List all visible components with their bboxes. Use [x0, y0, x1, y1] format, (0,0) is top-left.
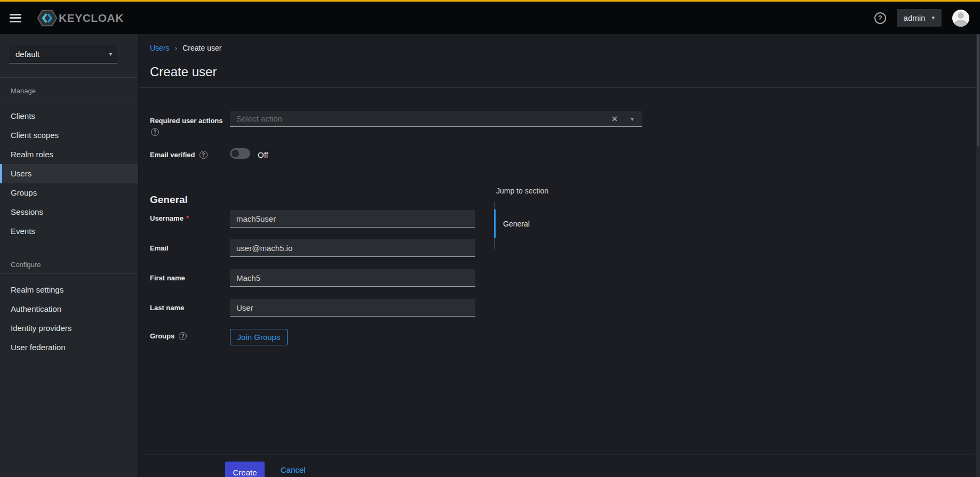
- realm-selector-panel: default ▾: [0, 34, 138, 78]
- general-section-heading: General: [150, 194, 188, 206]
- hamburger-icon: [10, 14, 22, 22]
- username-label-block: Username *: [150, 214, 189, 222]
- nav-list-manage: Clients Client scopes Realm roles Users …: [0, 107, 138, 241]
- angle-right-icon: ›: [175, 44, 178, 52]
- avatar[interactable]: [952, 10, 969, 27]
- main-content: Users › Create user Create user Required…: [139, 34, 976, 477]
- first-name-label: First name: [150, 274, 185, 282]
- join-groups-button[interactable]: Join Groups: [230, 329, 288, 345]
- breadcrumb: Users › Create user: [150, 44, 221, 52]
- keycloak-hexagon-icon: [37, 10, 57, 27]
- sidebar-item-identity-providers[interactable]: Identity providers: [0, 319, 138, 338]
- groups-help-icon[interactable]: ?: [179, 332, 187, 340]
- sidebar-item-clients[interactable]: Clients: [0, 107, 138, 126]
- required-user-actions-help-icon[interactable]: ?: [151, 128, 159, 136]
- chevron-down-icon: ▾: [931, 14, 935, 21]
- chevron-down-icon[interactable]: ▾: [625, 115, 642, 123]
- sidebar-item-events[interactable]: Events: [0, 222, 138, 241]
- email-label: Email: [150, 244, 169, 252]
- username-input[interactable]: [230, 210, 475, 228]
- nav-toggle-button[interactable]: [9, 12, 23, 25]
- jump-to-section-label: Jump to section: [496, 187, 548, 195]
- email-verified-label: Email verified: [150, 151, 195, 159]
- realm-selector-value: default: [15, 50, 39, 59]
- scrollbar-thumb[interactable]: [977, 34, 979, 146]
- nav-section-title-configure: Configure: [0, 261, 138, 274]
- email-verified-toggle[interactable]: [230, 148, 250, 159]
- email-label-block: Email: [150, 244, 169, 252]
- sidebar-item-groups[interactable]: Groups: [0, 183, 138, 203]
- username-label: Username: [150, 214, 184, 222]
- email-input[interactable]: [230, 239, 475, 257]
- user-menu-button[interactable]: admin ▾: [897, 9, 942, 27]
- required-user-actions-select[interactable]: Select action ✕ ▾: [230, 111, 642, 127]
- header-divider: [139, 87, 976, 88]
- sidebar-item-sessions[interactable]: Sessions: [0, 203, 138, 222]
- groups-label: Groups: [150, 332, 174, 340]
- email-verified-state: Off: [258, 150, 268, 159]
- last-name-label-block: Last name: [150, 304, 184, 312]
- required-user-actions-label-block: Required user actions: [150, 116, 227, 125]
- user-menu-label: admin: [904, 13, 926, 22]
- realm-selector[interactable]: default ▾: [9, 45, 117, 63]
- brand-wordmark: KEYCLOAK: [59, 12, 124, 25]
- first-name-label-block: First name: [150, 274, 185, 282]
- sidebar-item-user-federation[interactable]: User federation: [0, 338, 138, 357]
- masthead-actions: ? admin ▾: [874, 9, 969, 27]
- chevron-down-icon: ▾: [109, 51, 112, 58]
- clear-selection-icon[interactable]: ✕: [604, 115, 625, 123]
- sidebar-item-realm-roles[interactable]: Realm roles: [0, 145, 138, 164]
- jump-nav-active-indicator: [494, 209, 496, 238]
- first-name-input[interactable]: [230, 269, 475, 287]
- required-user-actions-placeholder: Select action: [230, 114, 604, 123]
- sidebar-item-client-scopes[interactable]: Client scopes: [0, 126, 138, 145]
- sidebar-item-realm-settings[interactable]: Realm settings: [0, 280, 138, 300]
- keycloak-logo[interactable]: KEYCLOAK: [37, 10, 124, 27]
- last-name-label: Last name: [150, 304, 184, 312]
- sidebar-item-users[interactable]: Users: [0, 164, 138, 183]
- jump-link-general[interactable]: General: [503, 220, 530, 228]
- last-name-input[interactable]: [230, 299, 475, 317]
- create-button[interactable]: Create: [225, 462, 265, 477]
- sidebar: default ▾ Manage Clients Client scopes R…: [0, 34, 139, 477]
- toggle-knob: [232, 150, 239, 157]
- email-verified-label-block: Email verified ?: [150, 151, 208, 159]
- groups-label-block: Groups ?: [150, 332, 187, 340]
- nav-section-title-manage: Manage: [0, 87, 138, 100]
- footer-divider: [139, 455, 976, 455]
- cancel-link[interactable]: Cancel: [281, 465, 306, 474]
- required-asterisk: *: [186, 214, 189, 222]
- page-title: Create user: [150, 64, 217, 79]
- email-verified-help-icon[interactable]: ?: [200, 151, 208, 159]
- breadcrumb-current: Create user: [182, 44, 221, 52]
- nav-list-configure: Realm settings Authentication Identity p…: [0, 280, 138, 357]
- breadcrumb-users-link[interactable]: Users: [150, 44, 170, 52]
- sidebar-item-authentication[interactable]: Authentication: [0, 300, 138, 319]
- vertical-scrollbar: [976, 34, 980, 477]
- required-user-actions-label: Required user actions: [150, 117, 223, 125]
- masthead: KEYCLOAK ? admin ▾: [0, 0, 980, 34]
- help-icon[interactable]: ?: [874, 12, 886, 24]
